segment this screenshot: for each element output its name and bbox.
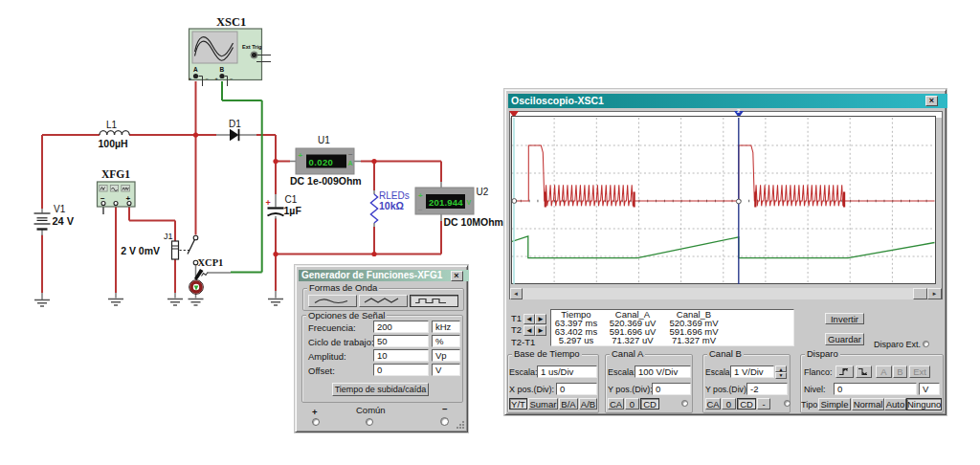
svg-text:D1: D1 (229, 119, 241, 129)
svg-text:J1: J1 (164, 232, 173, 241)
svg-text:−: − (418, 206, 423, 214)
svg-text:+: + (189, 76, 191, 81)
svg-text:XSC1: XSC1 (216, 15, 246, 29)
svg-text:C1: C1 (285, 194, 298, 205)
svg-text:−: − (230, 76, 233, 81)
svg-text:100µH: 100µH (99, 138, 128, 149)
svg-text:0.020: 0.020 (309, 157, 334, 167)
svg-text:+: + (418, 191, 423, 200)
svg-text:DC 1e-009Ohm: DC 1e-009Ohm (290, 175, 362, 187)
svg-text:201.944: 201.944 (429, 197, 463, 208)
svg-text:24 V: 24 V (53, 215, 75, 227)
svg-text:B: B (220, 66, 225, 73)
svg-text:10kΩ: 10kΩ (379, 200, 404, 211)
svg-text:−: − (206, 76, 209, 81)
svg-text:V: V (467, 199, 472, 206)
svg-text:XFG1: XFG1 (101, 168, 130, 180)
svg-text:U1: U1 (318, 135, 330, 145)
svg-text:+: + (215, 76, 218, 81)
svg-text:U2: U2 (477, 187, 489, 197)
svg-text:V1: V1 (54, 204, 66, 214)
svg-text:+: + (266, 198, 271, 208)
svg-text:+: + (299, 151, 303, 160)
svg-text:2 V 0mV: 2 V 0mV (121, 245, 160, 256)
svg-text:XCP1: XCP1 (198, 257, 224, 268)
svg-text:L1: L1 (106, 120, 118, 130)
svg-text:−: − (348, 150, 353, 159)
svg-text:A: A (348, 160, 353, 166)
svg-text:A: A (193, 66, 198, 73)
svg-text:DC 10MOhm: DC 10MOhm (444, 216, 503, 228)
svg-text:Ext Trig: Ext Trig (242, 44, 262, 50)
svg-text:1µF: 1µF (284, 205, 302, 216)
